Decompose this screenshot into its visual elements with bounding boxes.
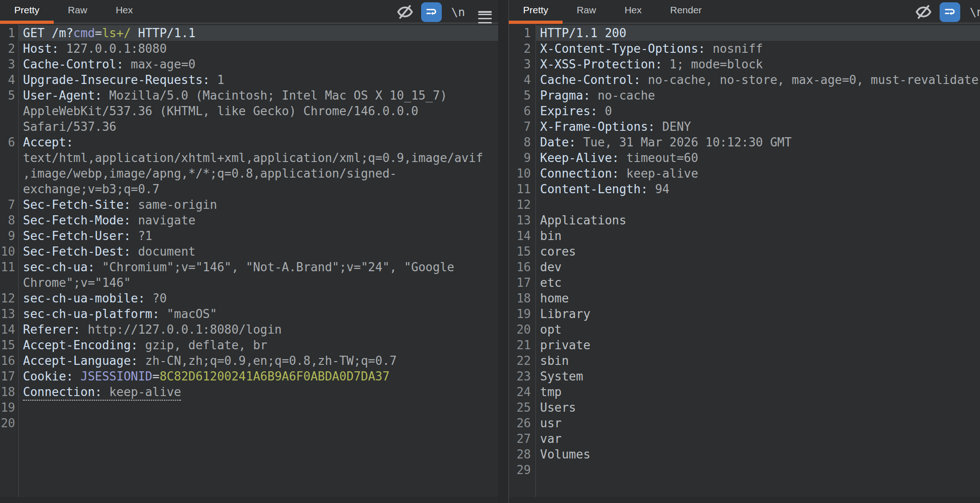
token-val: timeout=60 [619,151,698,165]
line-content[interactable]: tmp [535,384,980,400]
hide-nonprintable-icon[interactable] [394,2,415,22]
line-content[interactable]: Host: 127.0.0.1:8080 [19,41,498,56]
tab-render[interactable]: Render [656,0,716,24]
request-h-scrollbar[interactable] [0,497,498,503]
line-content[interactable]: sbin [535,353,980,369]
line-content[interactable]: Keep-Alive: timeout=60 [535,150,980,166]
token-val: max-age=0 [124,57,196,71]
line-content[interactable]: cores [535,244,980,259]
newline-toggle-icon[interactable]: \n [966,2,980,22]
line-content[interactable]: Applications [535,212,980,228]
line-content[interactable]: Sec-Fetch-User: ?1 [19,228,498,244]
line-content[interactable]: Sec-Fetch-Mode: navigate [19,212,498,228]
line-number: 19 [0,400,19,415]
token-body: tmp [540,385,562,399]
panel-splitter[interactable] [498,0,509,503]
line-content[interactable]: sec-ch-ua-mobile: ?0 [19,291,498,306]
line-content[interactable]: Connection: keep-alive [535,166,980,181]
soft-wrap-button[interactable] [421,2,442,22]
line-content[interactable]: Accept-Encoding: gzip, deflate, br [19,337,498,353]
token-val: DENY [655,120,691,134]
line-number: 17 [509,275,535,291]
line-content[interactable] [535,197,980,212]
line-number: 16 [0,353,19,369]
token-val: 0 [597,104,612,118]
token-val: keep-alive [102,385,181,399]
token-body: sbin [540,354,569,368]
line-content[interactable]: usr [535,415,980,431]
line-content[interactable]: home [535,291,980,306]
newline-toggle-icon[interactable]: \n [448,2,468,22]
token-body: bin [540,229,562,243]
line-content[interactable]: Cache-Control: max-age=0 [19,56,498,72]
token-body: etc [540,276,562,290]
line-content[interactable]: GET /m?cmd=ls+/ HTTP/1.1 [19,25,498,41]
line-content[interactable]: HTTP/1.1 200 [535,25,980,41]
line-content[interactable]: Referer: http://127.0.0.1:8080/login [19,322,498,337]
line-content[interactable]: Connection: keep-alive [19,384,498,400]
line-number: 18 [0,384,19,400]
line-content[interactable]: X-XSS-Protection: 1; mode=block [535,56,980,72]
line-content[interactable]: Sec-Fetch-Dest: document [19,244,498,259]
line-content[interactable]: Cache-Control: no-cache, no-store, max-a… [535,72,980,88]
tab-hex[interactable]: Hex [610,0,656,24]
line-content[interactable]: Volumes [535,447,980,462]
code-line: 9Sec-Fetch-User: ?1 [0,228,498,244]
line-content[interactable]: Accept: text/html,application/xhtml+xml,… [19,134,498,197]
line-content[interactable]: Pragma: no-cache [535,88,980,103]
line-number: 10 [0,244,19,259]
request-editor[interactable]: 1GET /m?cmd=ls+/ HTTP/1.12Host: 127.0.0.… [0,24,498,503]
line-number: 18 [509,291,535,306]
line-content[interactable]: Expires: 0 [535,103,980,119]
line-content[interactable]: bin [535,228,980,244]
token-body: dev [540,260,562,274]
tab-hex[interactable]: Hex [101,0,147,24]
menu-icon[interactable] [474,2,495,22]
line-content[interactable]: Date: Tue, 31 Mar 2026 10:12:30 GMT [535,134,980,150]
response-editor[interactable]: 1HTTP/1.1 2002X-Content-Type-Options: no… [509,24,980,503]
line-content[interactable]: User-Agent: Mozilla/5.0 (Macintosh; Inte… [19,88,498,134]
tab-raw[interactable]: Raw [563,0,610,24]
code-line: 15cores [509,244,980,259]
line-content[interactable]: sec-ch-ua-platform: "macOS" [19,306,498,322]
line-content[interactable]: Content-Length: 94 [535,181,980,197]
line-number: 15 [509,244,535,259]
code-line: 19 [0,400,498,415]
line-number: 10 [509,166,535,181]
response-h-scrollbar[interactable] [509,497,980,503]
token-val: same-origin [131,198,217,212]
token-body: Users [540,401,576,414]
line-content[interactable] [19,400,498,415]
line-content[interactable]: sec-ch-ua: "Chromium";v="146", "Not-A.Br… [19,259,498,291]
code-line: 1HTTP/1.1 200 [509,25,980,41]
line-content[interactable]: X-Frame-Options: DENY [535,119,980,134]
line-content[interactable]: dev [535,259,980,275]
line-number: 14 [0,322,19,337]
tab-pretty[interactable]: Pretty [509,0,563,24]
line-content[interactable] [19,415,498,431]
line-content[interactable]: var [535,431,980,447]
line-content[interactable]: Accept-Language: zh-CN,zh;q=0.9,en;q=0.8… [19,353,498,369]
token-val: zh-CN,zh;q=0.9,en;q=0.8,zh-TW;q=0.7 [138,354,397,368]
line-content[interactable]: Cookie: JSESSIONID=8C82D61200241A6B9A6F0… [19,369,498,384]
token-name: Host: [23,42,59,56]
line-content[interactable]: Upgrade-Insecure-Requests: 1 [19,72,498,88]
tab-pretty[interactable]: Pretty [0,0,54,24]
line-content[interactable]: Sec-Fetch-Site: same-origin [19,197,498,212]
hide-nonprintable-icon[interactable] [913,2,934,22]
token-body: Volumes [540,447,591,461]
line-content[interactable]: System [535,369,980,384]
tab-raw[interactable]: Raw [54,0,101,24]
line-content[interactable]: opt [535,322,980,337]
line-content[interactable]: Library [535,306,980,322]
line-content[interactable] [535,462,980,478]
token-body: usr [540,416,562,430]
line-content[interactable]: etc [535,275,980,291]
line-content[interactable]: Users [535,400,980,415]
line-content[interactable]: X-Content-Type-Options: nosniff [535,41,980,56]
code-line: 3Cache-Control: max-age=0 [0,56,498,72]
line-content[interactable]: private [535,337,980,353]
token-name: Cache-Control: [540,73,641,87]
soft-wrap-button[interactable] [940,2,960,22]
code-line: 19Library [509,306,980,322]
